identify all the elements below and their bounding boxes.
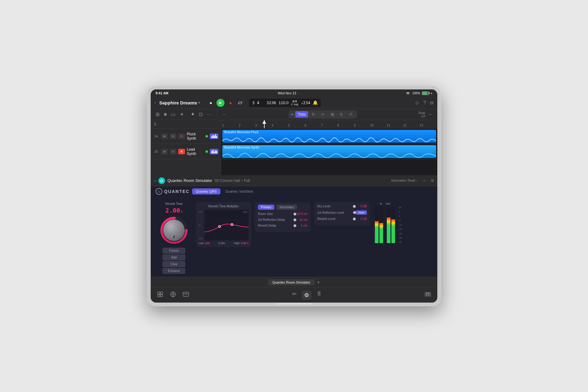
plugin-dots-button[interactable]: ··· — [422, 178, 426, 183]
capture-button[interactable]: ⊡ — [198, 110, 204, 119]
ruler-mark-6: 6 — [304, 124, 321, 127]
timeline-area: 1 2 3 4 5 6 7 8 9 10 11 12 13 — [221, 120, 437, 175]
track-34-mute[interactable]: M — [161, 134, 168, 139]
room-size-thumb[interactable] — [293, 213, 296, 216]
reflection-level-slider[interactable] — [353, 212, 354, 213]
plugin-lines-button[interactable]: ≡ — [431, 178, 434, 183]
trim-button[interactable]: Trim — [295, 111, 308, 118]
help-button[interactable]: ? — [423, 100, 426, 106]
track-34-solo[interactable]: S — [170, 134, 176, 139]
list-view-button[interactable]: ≡ — [163, 111, 168, 119]
reflection-level-mute[interactable]: Mute — [356, 210, 367, 215]
add-plugin-button[interactable]: + — [317, 280, 320, 285]
glue-button[interactable]: ⊠ — [328, 111, 337, 118]
vu-in-right-fill — [379, 223, 383, 243]
stop-button[interactable]: ■ — [207, 99, 215, 107]
track-35-mute[interactable]: M — [161, 149, 168, 154]
ruler-mark-12: 12 — [403, 124, 420, 127]
ipad-screen: 9:41 AM Wed Nov 13 100% ● ‹ Sapphire Dre… — [151, 89, 437, 303]
reflection-level-label: 1st Reflection Level — [317, 211, 351, 214]
pencil-tool-button[interactable]: ✏ — [292, 291, 297, 300]
paste-button[interactable]: ⏎ — [346, 111, 355, 118]
project-chevron[interactable]: ▾ — [198, 101, 200, 105]
svg-rect-11 — [158, 295, 160, 297]
tab-qrs[interactable]: Quantec QRS — [192, 188, 220, 194]
add-dots-button[interactable]: ··· — [206, 111, 212, 119]
stop-icon: ■ — [210, 101, 212, 105]
dry-level-thumb[interactable] — [353, 205, 356, 208]
reverb-level-value: -9 dB — [355, 217, 367, 221]
status-bar: 9:41 AM Wed Nov 13 100% ● — [151, 89, 437, 97]
svg-rect-10 — [160, 292, 163, 294]
browser-button[interactable] — [170, 291, 176, 299]
plugin-back-button[interactable]: ‹ — [154, 178, 156, 183]
reflection-delay-thumb[interactable] — [293, 218, 296, 221]
waveform-synth — [222, 150, 436, 158]
params-tab-secondary[interactable]: Secondary — [276, 205, 297, 210]
add-track-button[interactable]: + — [190, 110, 196, 119]
plugin-power-button[interactable]: ⏻ — [158, 177, 165, 184]
track-menu-button[interactable]: ··· — [221, 111, 227, 119]
track-34-rec[interactable]: R — [178, 134, 185, 139]
quantec-header: Q QUANTEC Quantec QRS Quantec YardStick — [151, 186, 262, 195]
track-35-rec[interactable]: R — [178, 149, 185, 154]
settings-tool-button[interactable]: ⚙ — [302, 291, 311, 300]
cycle-button[interactable]: ↻ — [309, 111, 318, 118]
pin-button[interactable]: ✦ — [179, 110, 185, 119]
vu-out-right — [391, 206, 395, 243]
reflection-level-thumb[interactable] — [353, 211, 356, 214]
play-button[interactable]: ▶ — [217, 99, 224, 107]
loop-icon — [238, 100, 243, 105]
battery-fill — [423, 92, 428, 94]
plugin-tab-quantec[interactable]: Quantec Room Simulator — [268, 279, 315, 285]
ruler-mark-1: 1 — [222, 124, 239, 127]
loop-button[interactable] — [236, 99, 244, 107]
params-tab-primary[interactable]: Primary — [258, 205, 274, 210]
ruler-mark-10: 10 — [370, 124, 387, 127]
reverb-delay-thumb[interactable] — [293, 224, 296, 227]
toolbar-more-button[interactable]: ··· — [427, 111, 434, 119]
library-button[interactable] — [157, 291, 164, 299]
collapse-button[interactable]: ⊖ — [430, 100, 434, 106]
copy-button[interactable]: ⎘ — [338, 111, 345, 118]
rect-view-button[interactable]: ▭ — [170, 110, 177, 119]
bottom-left-icons — [157, 291, 189, 299]
tab-yardstick[interactable]: Quantec YardStick — [222, 188, 257, 194]
track-35-name: Lead Synth — [187, 147, 204, 156]
plugin-tabs-bar: Quantec Room Simulator + — [151, 277, 437, 287]
reverb-time-unit: s — [181, 209, 183, 213]
face-button[interactable]: ☺ — [415, 100, 420, 106]
curve-display[interactable]: 20s — [204, 210, 249, 240]
quantec-logo: Q QUANTEC — [156, 188, 190, 195]
params-section: Primary Secondary Room Size 10^4 m² — [255, 202, 311, 232]
audio-region-synth[interactable]: Beautiful Memories Synth — [222, 145, 436, 158]
audio-region-pluck[interactable]: Beautiful Memories Pluck — [222, 130, 436, 143]
info-button[interactable] — [183, 291, 189, 299]
curve-x-max-label: 20s — [243, 210, 247, 213]
track-35-solo[interactable]: S — [170, 149, 176, 154]
clear-button[interactable]: Clear — [163, 261, 185, 267]
ruler-mark-5: 5 — [288, 124, 305, 127]
svg-point-8 — [231, 224, 233, 226]
piano-roll-button[interactable] — [424, 292, 431, 299]
ruler-mark-3: 3 — [255, 124, 272, 127]
reverb-level-thumb[interactable] — [353, 217, 356, 221]
freeze-button[interactable]: Freeze — [163, 248, 185, 254]
add-button[interactable]: Add — [163, 254, 185, 260]
mixer-tool-button[interactable]: 🎚 — [316, 291, 322, 300]
svg-rect-23 — [429, 292, 431, 296]
wifi-icon — [405, 91, 410, 95]
record-button[interactable]: ● — [226, 99, 234, 107]
header-s-label: S — [154, 122, 156, 126]
back-button[interactable]: ‹ — [154, 100, 156, 106]
metronome-icon[interactable]: 🔔 — [313, 100, 318, 105]
enhance-button[interactable]: Enhance — [163, 268, 185, 274]
curve-svg — [204, 210, 249, 240]
params-tabs: Primary Secondary — [258, 205, 307, 210]
region-label-pluck: Beautiful Memories Pluck — [222, 130, 436, 134]
track-lane-34: Beautiful Memories Pluck — [221, 129, 437, 144]
reverb-knob[interactable] — [160, 217, 188, 244]
grid-view-button[interactable]: ⊞ — [154, 110, 161, 119]
status-date: Wed Nov 13 — [278, 91, 296, 95]
scissors-button[interactable]: ✂ — [319, 111, 327, 118]
